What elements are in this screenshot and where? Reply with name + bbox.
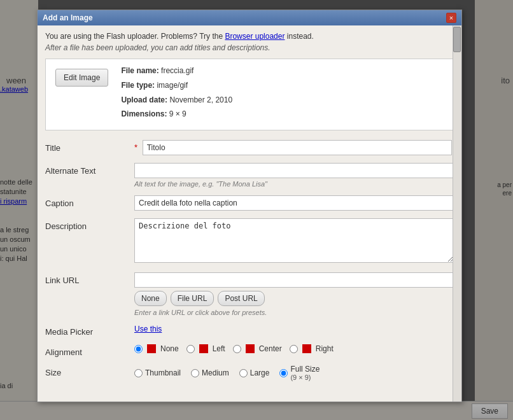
alignment-label: Alignment [45,344,134,357]
alignment-left-option[interactable]: Left [186,344,225,353]
dimensions-value: 9 × 9 [169,109,186,118]
description-textarea[interactable]: Descrizione del foto [134,218,454,263]
size-full-option[interactable]: Full Size (9 × 9) [279,365,320,381]
size-medium-radio[interactable] [191,369,199,377]
upload-date-row: Upload date: November 2, 2010 [121,95,444,106]
flash-notice: You are using the Flash uploader. Proble… [45,32,454,41]
alt-text-row: Alternate Text Alt text for the image, e… [45,163,454,188]
size-full-label-block: Full Size (9 × 9) [290,365,320,381]
dimensions-label: Dimensions: [121,109,167,118]
dialog-titlebar: Add an Image × [38,10,461,25]
size-full-sub: (9 × 9) [290,374,311,381]
dialog-title: Add an Image [43,13,93,22]
size-large-label: Large [250,368,270,377]
alignment-row: Alignment None Left [45,344,454,357]
caption-row: Caption [45,195,454,211]
size-thumbnail-label: Thumbnail [145,368,181,377]
edit-image-button-wrapper: Edit Image [55,66,108,87]
alignment-none-option[interactable]: None [134,344,179,353]
title-input[interactable] [143,140,452,155]
size-options-group: Thumbnail Medium Large Full Size [134,365,454,381]
alignment-right-icon [302,344,311,353]
scrollbar-thumb[interactable] [453,27,461,52]
media-picker-link[interactable]: Use this [134,325,162,333]
alignment-left-label: Left [213,344,225,353]
dialog-scrollbar[interactable] [453,25,461,402]
title-row: Title * [45,140,454,155]
size-full-radio[interactable] [279,369,288,377]
title-required-star: * [134,143,137,152]
size-large-radio[interactable] [239,369,248,377]
size-options-wrapper: Thumbnail Medium Large Full Size [134,365,454,381]
alignment-options-wrapper: None Left Center Rig [134,344,454,353]
size-large-option[interactable]: Large [239,368,270,377]
link-post-url-button[interactable]: Post URL [218,291,264,306]
link-url-input[interactable] [134,272,454,288]
alignment-left-icon [199,344,208,353]
title-label: Title [45,140,134,153]
link-url-label: Link URL [45,272,134,285]
browser-uploader-link[interactable]: Browser uploader [225,32,285,41]
media-picker-label: Media Picker [45,324,134,337]
media-picker-field: Use this [134,324,454,333]
alt-text-label: Alternate Text [45,163,134,176]
edit-image-button[interactable]: Edit Image [55,69,108,87]
file-type-label: File type: [121,81,155,90]
link-none-button[interactable]: None [134,291,167,306]
title-field-wrapper: * [134,140,454,155]
info-notice: After a file has been uploaded, you can … [45,43,454,52]
file-type-row: File type: image/gif [121,80,444,91]
alignment-none-label: None [160,344,179,353]
size-medium-option[interactable]: Medium [191,368,229,377]
bottom-padding [45,389,454,395]
alignment-right-radio[interactable] [290,345,298,353]
add-image-dialog: Add an Image × You are using the Flash u… [37,10,462,402]
size-medium-label: Medium [202,368,229,377]
file-name-row: File name: freccia.gif [121,66,444,76]
preset-buttons-group: None File URL Post URL [134,291,454,306]
alignment-none-icon [147,344,156,353]
dialog-close-button[interactable]: × [446,13,456,23]
alignment-center-option[interactable]: Center [233,344,282,353]
caption-field-wrapper [134,195,454,211]
alt-text-field-wrapper: Alt text for the image, e.g. "The Mona L… [134,163,454,188]
alignment-options-group: None Left Center Rig [134,344,454,353]
dimensions-row: Dimensions: 9 × 9 [121,109,444,120]
link-file-url-button[interactable]: File URL [171,291,214,306]
alignment-center-icon [246,344,255,353]
media-picker-row: Media Picker Use this [45,324,454,337]
image-info-box: Edit Image File name: freccia.gif File t… [45,59,454,130]
description-field-wrapper: Descrizione del foto [134,218,454,265]
alignment-left-radio[interactable] [186,345,195,353]
image-metadata: File name: freccia.gif File type: image/… [121,66,444,123]
alignment-none-radio[interactable] [134,345,143,353]
alignment-center-label: Center [259,344,282,353]
size-label: Size [45,365,134,377]
upload-date-label: Upload date: [121,95,167,104]
upload-date-value: November 2, 2010 [169,95,232,104]
link-hint: Enter a link URL or click above for pres… [134,309,454,316]
alt-text-hint: Alt text for the image, e.g. "The Mona L… [134,180,454,188]
size-thumbnail-option[interactable]: Thumbnail [134,368,181,377]
description-row: Description Descrizione del foto [45,218,454,265]
size-row: Size Thumbnail Medium Large [45,365,454,381]
caption-input[interactable] [134,195,454,211]
dialog-body: You are using the Flash uploader. Proble… [38,25,461,402]
file-name-label: File name: [121,66,158,75]
caption-label: Caption [45,195,134,208]
alignment-center-radio[interactable] [233,345,241,353]
link-url-field-wrapper: None File URL Post URL Enter a link URL … [134,272,454,316]
alignment-right-label: Right [316,344,334,353]
link-url-row: Link URL None File URL Post URL Enter a … [45,272,454,316]
file-type-value: image/gif [157,81,188,90]
size-thumbnail-radio[interactable] [134,369,143,377]
description-label: Description [45,218,134,231]
alignment-right-option[interactable]: Right [290,344,334,353]
alt-text-input[interactable] [134,163,454,178]
size-full-label: Full Size [290,365,320,374]
file-name-value: freccia.gif [161,66,193,75]
